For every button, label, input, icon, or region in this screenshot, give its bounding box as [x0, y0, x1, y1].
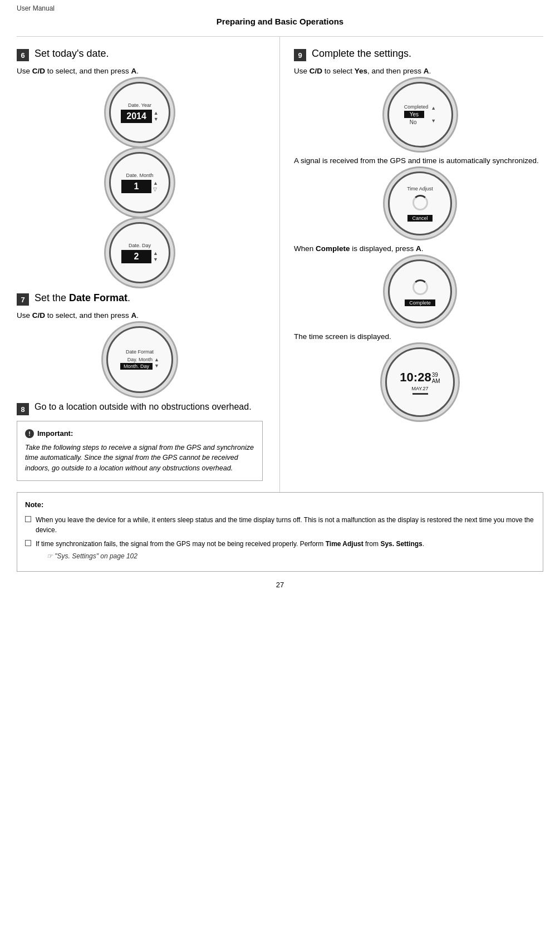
step9-header: 9 Complete the settings. [294, 48, 546, 61]
note-text-1: When you leave the device for a while, i… [36, 515, 535, 536]
step7-badge: 7 [17, 293, 29, 306]
step6-badge: 6 [17, 49, 29, 61]
step8-header: 8 Go to a location outside with no obstr… [17, 402, 263, 415]
note-box: Note: When you leave the device for a wh… [17, 492, 543, 572]
complete-label: Complete [405, 299, 435, 306]
important-title: ! Important: [25, 428, 254, 439]
watch-month-arrows: ▲ ▽ [153, 180, 158, 193]
watch-year-value: 2014 [121, 110, 152, 123]
page-number: 27 [0, 572, 560, 595]
step6-instruction: Use C/D to select, and then press A. [17, 67, 263, 75]
step9-text3: The time screen is displayed. [294, 332, 546, 341]
important-text: Take the following steps to receive a si… [25, 443, 254, 474]
note-title: Note: [25, 499, 535, 510]
important-box: ! Important: Take the following steps to… [17, 421, 263, 481]
note-link: ☞ "Sys. Settings" on page 102 [47, 551, 424, 562]
watch-date-format: Date Format Day. Month Month. Day ▲ ▼ [17, 326, 263, 393]
step6-title: Set today's date. [35, 48, 109, 60]
watch-format-arrows: ▲ ▼ [154, 357, 159, 369]
watch-date-year: Date. Year 2014 ▲ ▼ [17, 82, 263, 143]
note-item-1: When you leave the device for a while, i… [25, 515, 535, 536]
step7-header: 7 Set the Date Format. [17, 292, 263, 306]
step8-badge: 8 [17, 403, 29, 415]
watch-day-label: Date. Day [129, 243, 151, 248]
step9-text2: When Complete is displayed, press A. [294, 244, 546, 253]
watch-time-display: 10:28 39AM MAY.27 [294, 347, 546, 417]
note-checkbox-1 [25, 516, 31, 522]
time-display-value: 10:28 39AM [400, 370, 440, 385]
note-checkbox-2 [25, 540, 31, 546]
step7-title: Set the Date Format. [35, 292, 130, 304]
watch-format-label: Date Format [126, 349, 154, 355]
step6-header: 6 Set today's date. [17, 48, 263, 61]
spinner-icon-2 [412, 279, 428, 295]
watch-month-label: Date. Month [126, 173, 153, 178]
watch-date-month: Date. Month 1 ▲ ▽ [17, 152, 263, 213]
step8-title: Go to a location outside with no obstruc… [35, 402, 252, 412]
watch-date-day: Date. Day 2 ▲ ▼ [17, 222, 263, 283]
watch-time-adjust: Time Adjust Cancel [294, 171, 546, 235]
note-item-2: If time synchronization fails, the signa… [25, 539, 535, 561]
important-icon: ! [25, 429, 34, 438]
step9-text1: A signal is received from the GPS and ti… [294, 156, 546, 165]
time-display-date: MAY.27 [411, 386, 428, 391]
note-text-2: If time synchronization fails, the signa… [36, 539, 424, 561]
watch-day-value: 2 [121, 250, 151, 263]
time-adjust-label: Time Adjust [407, 186, 433, 191]
page-title: Preparing and Basic Operations [17, 17, 543, 37]
step7-instruction: Use C/D to select, and then press A. [17, 311, 263, 320]
watch-complete: Complete [294, 259, 546, 323]
step9-badge: 9 [294, 49, 306, 61]
watch-year-label: Date. Year [128, 102, 151, 108]
step9-title: Complete the settings. [312, 48, 411, 60]
spinner-icon [412, 195, 428, 210]
watch-completed: Completed Yes No ▲ ▼ [294, 82, 546, 148]
watch-year-arrows: ▲ ▼ [154, 110, 159, 122]
watch-day-arrows: ▲ ▼ [153, 251, 158, 263]
watch-month-value: 1 [121, 180, 151, 193]
manual-label: User Manual [0, 0, 560, 17]
cancel-label: Cancel [407, 215, 432, 222]
step9-instruction1: Use C/D to select Yes, and then press A. [294, 67, 546, 75]
